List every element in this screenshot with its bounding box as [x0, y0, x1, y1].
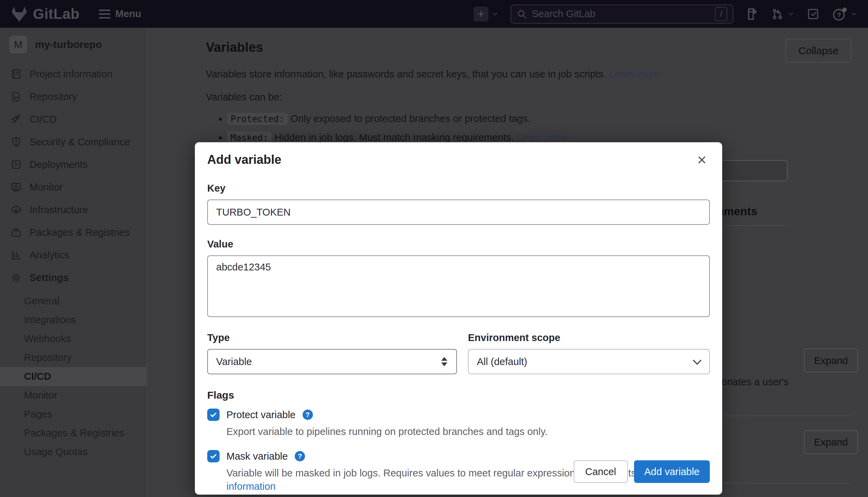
sidebar-item-repository[interactable]: Repository — [0, 85, 147, 108]
settings-subnav: General Integrations Webhooks Repository… — [0, 292, 147, 461]
chevron-down-icon — [850, 10, 858, 18]
environment-scope-select[interactable]: All (default) — [468, 349, 710, 374]
menu-label: Menu — [115, 8, 141, 20]
sidebar-item-security-compliance[interactable]: Security & Compliance — [0, 131, 147, 153]
type-selected-value: Variable — [216, 356, 252, 367]
cloud-gear-icon — [10, 204, 22, 216]
chevron-down-icon — [787, 10, 795, 18]
hamburger-icon — [99, 10, 110, 19]
sidebar-item-project-information[interactable]: Project information — [0, 63, 147, 85]
expand-section-button[interactable]: Expand — [804, 349, 858, 373]
close-icon[interactable]: × — [694, 150, 710, 169]
plus-icon: + — [473, 7, 489, 22]
bullet-protected: Protected: Only exposed to protected bra… — [227, 113, 852, 124]
project-name: my-turborepo — [35, 39, 102, 50]
project-sidebar: M my-turborepo Project information Repos… — [0, 28, 147, 497]
deploy-icon — [10, 159, 22, 170]
subnav-monitor[interactable]: Monitor — [0, 386, 147, 405]
type-select[interactable]: Variable — [207, 349, 457, 374]
sidebar-item-label: Infrastructure — [30, 204, 88, 216]
sidebar-item-infrastructure[interactable]: Infrastructure — [0, 198, 147, 221]
sidebar-item-deployments[interactable]: Deployments — [0, 153, 147, 176]
merge-requests-dropdown[interactable] — [771, 7, 795, 21]
sidebar-item-label: Repository — [30, 91, 77, 102]
sidebar-item-settings[interactable]: Settings — [0, 266, 147, 289]
top-navbar: GitLab Menu + Search GitLab / ? — [0, 0, 868, 28]
help-icon: ? — [832, 6, 847, 22]
type-label: Type — [207, 332, 457, 343]
search-icon — [517, 9, 527, 19]
subnav-general[interactable]: General — [0, 292, 147, 311]
collapse-variables-button[interactable]: Collapse — [785, 39, 852, 63]
chart-icon — [10, 249, 22, 261]
sidebar-item-label: Security & Compliance — [30, 136, 130, 148]
key-input[interactable] — [207, 199, 710, 225]
sidebar-item-cicd[interactable]: CI/CD — [0, 108, 147, 131]
sidebar-item-monitor[interactable]: Monitor — [0, 176, 147, 198]
file-icon — [10, 91, 22, 102]
subnav-cicd-active[interactable]: CI/CD — [0, 367, 147, 386]
subnav-packages-registries[interactable]: Packages & Registries — [0, 424, 147, 443]
add-variable-button[interactable]: Add variable — [634, 460, 710, 483]
modal-title: Add variable — [207, 153, 281, 167]
issues-icon — [745, 7, 759, 21]
flags-heading: Flags — [207, 389, 710, 401]
svg-text:?: ? — [837, 11, 841, 19]
chevron-down-icon — [693, 356, 701, 365]
add-variable-modal: Add variable × Key Value abcde12345 Type… — [195, 142, 722, 495]
help-icon[interactable]: ? — [303, 410, 313, 420]
bullet-masked: Masked: Hidden in job logs. Must match m… — [227, 132, 852, 143]
subnav-integrations[interactable]: Integrations — [0, 311, 147, 329]
subnav-webhooks[interactable]: Webhooks — [0, 329, 147, 348]
sidebar-item-label: Settings — [30, 272, 69, 283]
environment-selected-value: All (default) — [477, 356, 527, 367]
project-scope-link[interactable]: M my-turborepo — [0, 28, 147, 60]
learn-more-link[interactable]: Learn more. — [517, 132, 570, 143]
protect-variable-description: Export variable to pipelines running on … — [226, 425, 710, 438]
sidebar-item-packages-registries[interactable]: Packages & Registries — [0, 221, 147, 244]
cancel-button[interactable]: Cancel — [574, 460, 628, 483]
gitlab-tanuki-icon — [10, 5, 28, 23]
new-item-dropdown[interactable]: + — [473, 7, 499, 22]
variables-intro-text: Variables store information, like passwo… — [206, 69, 606, 80]
issues-button[interactable] — [745, 7, 759, 21]
expand-section-button[interactable]: Expand — [804, 430, 858, 454]
variables-list-intro: Variables can be: — [206, 92, 852, 103]
sidebar-item-label: CI/CD — [30, 114, 57, 125]
select-arrows-icon — [441, 357, 447, 366]
checkbox-checked-icon — [207, 409, 220, 421]
learn-more-link[interactable]: Learn more. — [609, 69, 662, 80]
page-title: Variables — [206, 40, 852, 55]
environment-scope-label: Environment scope — [468, 332, 710, 343]
subnav-repository[interactable]: Repository — [0, 348, 147, 367]
sidebar-item-analytics[interactable]: Analytics — [0, 244, 147, 266]
protected-code-chip: Protected: — [227, 113, 288, 125]
subnav-usage-quotas[interactable]: Usage Quotas — [0, 443, 147, 461]
sidebar-item-label: Packages & Registries — [30, 227, 130, 238]
sidebar-item-label: Analytics — [30, 250, 69, 261]
global-search-input[interactable]: Search GitLab / — [511, 4, 734, 24]
package-icon — [10, 227, 22, 238]
todo-check-icon — [806, 7, 820, 21]
gitlab-wordmark: GitLab — [33, 6, 80, 22]
protect-variable-label: Protect variable — [226, 409, 296, 421]
gitlab-home-link[interactable]: GitLab — [10, 5, 80, 23]
project-avatar: M — [10, 36, 27, 53]
rocket-icon — [10, 113, 22, 125]
monitor-icon — [10, 181, 22, 193]
key-label: Key — [207, 183, 710, 194]
todos-button[interactable] — [806, 7, 820, 21]
menu-button[interactable]: Menu — [99, 8, 141, 20]
sidebar-item-label: Project information — [30, 69, 113, 80]
help-dropdown[interactable]: ? — [832, 6, 858, 22]
help-icon[interactable]: ? — [295, 451, 305, 461]
mask-variable-label: Mask variable — [226, 451, 288, 462]
subnav-pages[interactable]: Pages — [0, 405, 147, 424]
slash-shortcut-key: / — [715, 7, 727, 21]
notification-dot — [842, 8, 847, 12]
protect-variable-checkbox[interactable]: Protect variable ? — [207, 409, 710, 421]
sidebar-item-label: Monitor — [30, 182, 63, 193]
value-textarea[interactable]: abcde12345 — [207, 255, 710, 317]
checkbox-checked-icon — [207, 450, 220, 462]
merge-request-icon — [771, 7, 784, 21]
